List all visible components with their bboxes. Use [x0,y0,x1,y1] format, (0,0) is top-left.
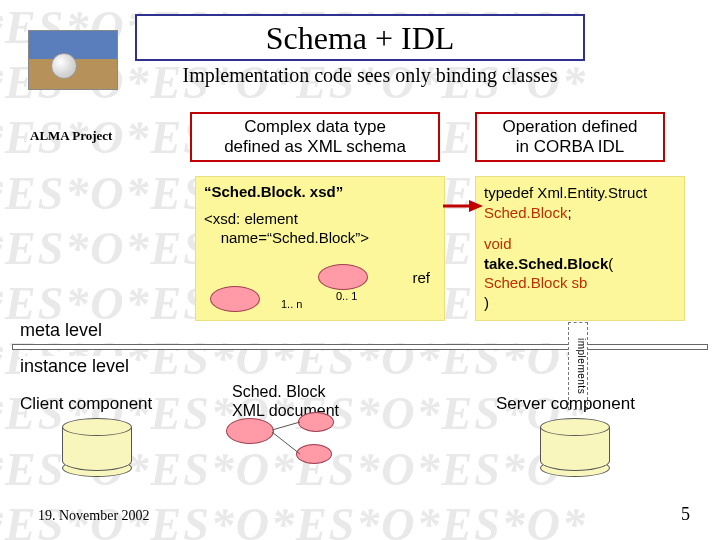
svg-line-2 [272,422,300,430]
alma-label: ALMA Project [30,128,112,144]
idl-semi: ; [567,204,571,221]
xml-box-line1: Complex data type [244,117,386,136]
idl-box-line2: in CORBA IDL [516,137,625,156]
idl-typedef-line1: typedef Xml.Entity.Struct [484,184,647,201]
xml-doc-line1: Sched. Block [232,383,325,400]
meta-level-label: meta level [20,320,102,341]
idl-typedef-line2: Sched.Block [484,204,567,221]
idl-panel: typedef Xml.Entity.Struct Sched.Block; v… [475,176,685,321]
idl-open: ( [608,255,613,272]
footer-date: 19. November 2002 [38,508,150,524]
title-box: Schema + IDL [135,14,585,61]
xsd-element-line2: name=“Sched.Block”> [204,229,369,246]
xsd-element-line1: <xsd: element [204,210,298,227]
server-cylinder-icon [540,418,610,476]
idl-arg: Sched.Block sb [484,274,587,291]
client-component-label: Client component [20,394,152,414]
arrow-right-icon [443,196,483,216]
slide-title: Schema + IDL [143,20,577,57]
xsd-ref: ref [412,269,430,286]
alma-image [28,30,118,90]
xsd-ellipse-2 [318,264,368,290]
svg-line-3 [272,432,300,454]
xml-schema-box: Complex data type defined as XML schema [190,112,440,162]
idl-box: Operation defined in CORBA IDL [475,112,665,162]
slide-subtitle: Implementation code sees only binding cl… [135,64,605,87]
idl-take: take.Sched.Block [484,255,608,272]
server-component-label: Server component [496,394,635,414]
client-cylinder-icon [62,418,132,476]
xsd-ellipse-1 [210,286,260,312]
cardinality-1-n: 1.. n [281,298,302,310]
doc-ellipse-main [226,418,274,444]
cardinality-0-1: 0.. 1 [336,290,357,302]
svg-marker-1 [469,200,483,212]
level-divider [12,344,708,350]
instance-level-label: instance level [20,356,129,377]
doc-connector-lines [270,420,304,460]
xsd-filename: “Sched.Block. xsd” [204,183,436,200]
idl-box-line1: Operation defined [502,117,637,136]
idl-close: ) [484,294,489,311]
idl-void: void [484,235,512,252]
xml-box-line2: defined as XML schema [224,137,406,156]
footer-page-number: 5 [681,504,690,525]
